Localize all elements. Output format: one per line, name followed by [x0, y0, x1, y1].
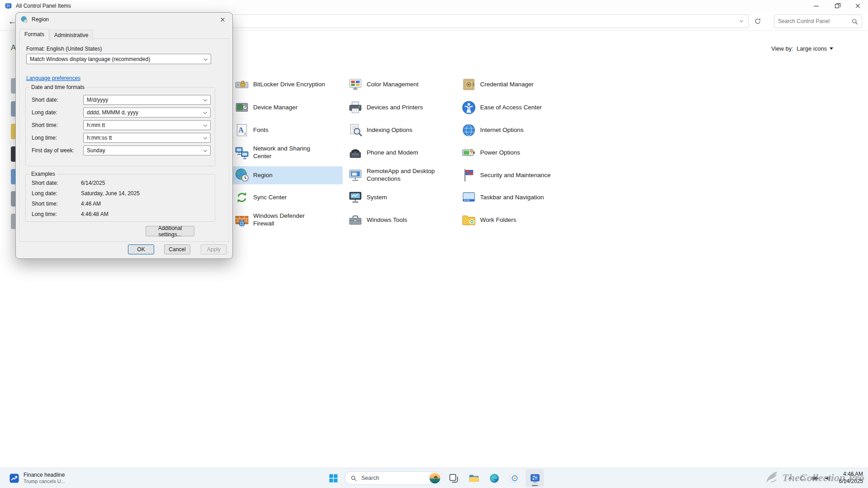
battery-icon: [811, 474, 819, 482]
active-app-indicator: [532, 485, 538, 486]
taskbar-photos-button[interactable]: [505, 469, 524, 487]
datetime-group-title: Date and time formats: [29, 84, 86, 90]
cp-item-label: System: [367, 194, 387, 202]
start-button[interactable]: [324, 469, 342, 487]
taskbar-file-explorer-button[interactable]: [465, 469, 483, 487]
internet-icon: [461, 122, 476, 138]
short-date-example: 6/14/2025: [81, 180, 105, 186]
taskbar-edge-button[interactable]: [485, 469, 503, 487]
short-time-combo[interactable]: h:mm tt: [83, 120, 211, 130]
cp-item-remoteapp-and-desktop-connections[interactable]: RemoteApp and Desktop Connections: [346, 166, 456, 184]
short-date-example-label: Short date:: [32, 180, 58, 186]
taskbar-control-panel-button[interactable]: [526, 469, 544, 487]
security-icon: [461, 168, 476, 183]
format-label: Format: English (United States): [26, 46, 102, 52]
cp-item-bitlocker-drive-encryption[interactable]: BitLocker Drive Encryption: [232, 75, 343, 94]
cp-item-label: Region: [253, 172, 273, 179]
dialog-close-button[interactable]: [212, 13, 232, 26]
format-combo-value: Match Windows display language (recommen…: [30, 56, 150, 62]
control-panel-icon: [529, 473, 541, 484]
remoteapp-icon: [348, 168, 363, 183]
ok-button[interactable]: OK: [128, 244, 154, 254]
cp-item-network-and-sharing-center[interactable]: Network and Sharing Center: [232, 144, 343, 162]
format-combo[interactable]: Match Windows display language (recommen…: [26, 54, 211, 64]
chevron-down-icon: [203, 123, 207, 127]
chevron-down-icon: [203, 98, 207, 101]
svg-text:a: a: [244, 131, 246, 136]
search-icon: [350, 475, 357, 482]
cp-item-security-and-maintenance[interactable]: Security and Maintenance: [459, 166, 570, 184]
cp-item-devices-and-printers[interactable]: Devices and Printers: [346, 99, 456, 117]
tools-icon: [348, 212, 363, 228]
onedrive-button[interactable]: [797, 472, 809, 484]
cp-item-color-management[interactable]: Color Management: [346, 75, 456, 94]
fonts-icon: Aa: [234, 122, 250, 138]
ease-of-access-icon: [461, 100, 476, 115]
short-time-example-label: Short time:: [32, 201, 58, 207]
color-management-icon: [348, 77, 363, 92]
tray-overflow-button[interactable]: [784, 472, 796, 484]
cp-item-taskbar-and-navigation[interactable]: Taskbar and Navigation: [459, 188, 570, 206]
long-time-value: h:mm:ss tt: [87, 135, 112, 141]
cloud-icon: [799, 474, 807, 482]
examples-group-title: Examples: [29, 171, 57, 177]
power-icon: [461, 145, 476, 160]
long-date-value: dddd, MMMM d, yyyy: [87, 109, 138, 116]
tab-formats[interactable]: Formats: [19, 29, 49, 41]
taskbar-app-icons: [444, 469, 544, 487]
cp-item-label: Color Management: [367, 81, 419, 89]
language-preferences-link[interactable]: Language preferences: [26, 75, 80, 81]
first-day-of-week-combo[interactable]: Sunday: [83, 145, 211, 155]
first-day-of-week-label: First day of week:: [32, 145, 74, 155]
task-view-icon: [448, 473, 459, 484]
cp-item-power-options[interactable]: Power Options: [459, 144, 570, 162]
edge-icon: [489, 473, 500, 484]
apply-button[interactable]: Apply: [201, 244, 227, 254]
cp-item-phone-and-modem[interactable]: Phone and Modem: [346, 144, 456, 162]
cp-item-label: Devices and Printers: [367, 104, 423, 112]
region-dialog: Region Formats Administrative Format: En…: [15, 12, 233, 259]
cp-item-label: Network and Sharing Center: [253, 145, 310, 160]
cp-item-sync-center[interactable]: Sync Center: [232, 188, 343, 206]
cp-item-label: Credential Manager: [480, 81, 534, 89]
cp-item-ease-of-access-center[interactable]: Ease of Access Center: [459, 99, 570, 117]
region-icon: [234, 168, 250, 183]
close-icon: [220, 17, 225, 22]
cp-item-credential-manager[interactable]: Credential Manager: [459, 75, 570, 94]
tray-date: 6/14/2025: [839, 478, 863, 485]
taskbar-task-view-button[interactable]: [444, 469, 462, 487]
cp-item-label: Windows Tools: [367, 216, 407, 224]
cp-item-region[interactable]: Region: [232, 166, 343, 184]
short-time-label: Short time:: [32, 120, 58, 130]
cp-item-label: Sync Center: [253, 194, 287, 202]
tab-administrative[interactable]: Administrative: [49, 30, 93, 40]
device-manager-icon: [234, 100, 250, 115]
short-time-example: 4:46 AM: [81, 201, 101, 207]
long-date-combo[interactable]: dddd, MMMM d, yyyy: [83, 108, 211, 117]
long-date-label: Long date:: [32, 108, 57, 117]
cp-item-internet-options[interactable]: Internet Options: [459, 121, 570, 139]
cancel-button[interactable]: Cancel: [164, 244, 190, 254]
taskbar: Finance headline Trump cancels U... Sear…: [0, 468, 868, 488]
work-folders-icon: [461, 212, 476, 228]
battery-button[interactable]: [809, 472, 821, 484]
cp-item-work-folders[interactable]: Work Folders: [459, 211, 570, 229]
volume-button[interactable]: [822, 472, 834, 484]
cp-item-fonts[interactable]: AaFonts: [232, 121, 343, 139]
cp-item-windows-tools[interactable]: Windows Tools: [346, 211, 456, 229]
dialog-title: Region: [32, 16, 49, 23]
tray-clock[interactable]: 4:46 AM 6/14/2025: [837, 470, 865, 486]
phone-icon: [348, 145, 363, 160]
long-time-combo[interactable]: h:mm:ss tt: [83, 133, 211, 143]
short-date-combo[interactable]: M/d/yyyy: [83, 95, 211, 105]
taskbar-center: Search: [0, 468, 868, 488]
cp-item-windows-defender-firewall[interactable]: Windows Defender Firewall: [232, 211, 343, 229]
cp-item-system[interactable]: System: [346, 188, 456, 206]
dialog-titlebar[interactable]: Region: [16, 13, 232, 26]
sync-icon: [234, 190, 250, 205]
system-icon: [348, 190, 363, 205]
cp-item-indexing-options[interactable]: Indexing Options: [346, 121, 456, 139]
additional-settings-button[interactable]: Additional settings...: [146, 226, 194, 236]
cp-item-device-manager[interactable]: Device Manager: [232, 99, 343, 117]
taskbar-search-box[interactable]: Search: [344, 471, 442, 485]
